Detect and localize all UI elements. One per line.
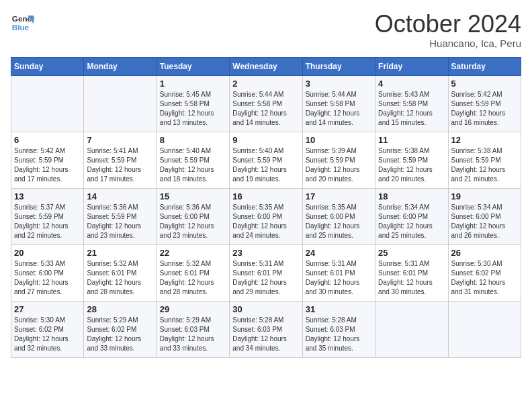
day-number: 9 [232,135,299,145]
calendar-cell: 15Sunrise: 5:36 AM Sunset: 6:00 PM Dayli… [157,188,229,244]
day-number: 12 [451,135,518,145]
day-info: Sunrise: 5:42 AM Sunset: 5:59 PM Dayligh… [14,146,81,184]
title-block: October 2024 Huancano, Ica, Peru [375,11,521,49]
page-header: General Blue October 2024 Huancano, Ica,… [11,11,521,49]
day-info: Sunrise: 5:30 AM Sunset: 6:02 PM Dayligh… [451,259,518,297]
weekday-header: Tuesday [157,57,229,75]
calendar-cell: 26Sunrise: 5:30 AM Sunset: 6:02 PM Dayli… [448,244,521,301]
day-number: 21 [87,248,153,258]
day-info: Sunrise: 5:31 AM Sunset: 6:01 PM Dayligh… [306,259,372,297]
day-info: Sunrise: 5:29 AM Sunset: 6:03 PM Dayligh… [160,316,226,353]
day-number: 25 [378,248,445,258]
day-number: 1 [160,79,226,89]
day-number: 30 [232,304,299,314]
calendar-cell: 4Sunrise: 5:43 AM Sunset: 5:58 PM Daylig… [375,75,448,132]
day-number: 17 [306,191,372,201]
calendar-cell [11,75,84,132]
day-number: 5 [451,79,518,89]
day-info: Sunrise: 5:38 AM Sunset: 5:59 PM Dayligh… [378,146,445,184]
calendar-cell: 5Sunrise: 5:42 AM Sunset: 5:59 PM Daylig… [448,75,521,132]
day-number: 13 [14,191,81,201]
calendar-cell: 30Sunrise: 5:28 AM Sunset: 6:03 PM Dayli… [230,301,302,357]
calendar-cell: 25Sunrise: 5:31 AM Sunset: 6:01 PM Dayli… [375,244,448,301]
calendar-cell [448,301,521,357]
day-number: 26 [451,248,518,258]
weekday-header: Thursday [302,57,375,75]
calendar-cell: 7Sunrise: 5:41 AM Sunset: 5:59 PM Daylig… [84,132,157,188]
svg-text:Blue: Blue [12,23,30,32]
day-number: 19 [451,191,518,201]
day-number: 29 [160,304,226,314]
calendar-table: SundayMondayTuesdayWednesdayThursdayFrid… [11,57,521,358]
day-info: Sunrise: 5:38 AM Sunset: 5:59 PM Dayligh… [451,146,518,184]
calendar-week-row: 6Sunrise: 5:42 AM Sunset: 5:59 PM Daylig… [11,132,521,188]
day-number: 16 [232,191,299,201]
calendar-cell: 20Sunrise: 5:33 AM Sunset: 6:00 PM Dayli… [11,244,84,301]
day-info: Sunrise: 5:33 AM Sunset: 6:00 PM Dayligh… [14,259,81,297]
calendar-cell: 31Sunrise: 5:28 AM Sunset: 6:03 PM Dayli… [302,301,375,357]
calendar-cell: 11Sunrise: 5:38 AM Sunset: 5:59 PM Dayli… [375,132,448,188]
calendar-cell: 23Sunrise: 5:31 AM Sunset: 6:01 PM Dayli… [230,244,302,301]
day-info: Sunrise: 5:30 AM Sunset: 6:02 PM Dayligh… [14,316,81,353]
day-info: Sunrise: 5:37 AM Sunset: 5:59 PM Dayligh… [14,203,81,240]
day-number: 3 [306,79,372,89]
day-number: 14 [87,191,153,201]
weekday-header: Saturday [448,57,521,75]
day-number: 28 [87,304,153,314]
calendar-cell: 21Sunrise: 5:32 AM Sunset: 6:01 PM Dayli… [84,244,157,301]
calendar-cell: 27Sunrise: 5:30 AM Sunset: 6:02 PM Dayli… [11,301,84,357]
calendar-cell [375,301,448,357]
calendar-cell: 29Sunrise: 5:29 AM Sunset: 6:03 PM Dayli… [157,301,229,357]
day-info: Sunrise: 5:36 AM Sunset: 5:59 PM Dayligh… [87,203,153,240]
logo-icon: General Blue [11,11,35,35]
day-info: Sunrise: 5:34 AM Sunset: 6:00 PM Dayligh… [451,203,518,240]
calendar-week-row: 1Sunrise: 5:45 AM Sunset: 5:58 PM Daylig… [11,75,521,132]
day-info: Sunrise: 5:39 AM Sunset: 5:59 PM Dayligh… [306,146,372,184]
day-info: Sunrise: 5:41 AM Sunset: 5:59 PM Dayligh… [87,146,153,184]
calendar-cell: 18Sunrise: 5:34 AM Sunset: 6:00 PM Dayli… [375,188,448,244]
day-info: Sunrise: 5:32 AM Sunset: 6:01 PM Dayligh… [160,259,226,297]
day-number: 20 [14,248,81,258]
calendar-cell: 10Sunrise: 5:39 AM Sunset: 5:59 PM Dayli… [302,132,375,188]
calendar-cell: 19Sunrise: 5:34 AM Sunset: 6:00 PM Dayli… [448,188,521,244]
day-info: Sunrise: 5:29 AM Sunset: 6:02 PM Dayligh… [87,316,153,353]
calendar-week-row: 27Sunrise: 5:30 AM Sunset: 6:02 PM Dayli… [11,301,521,357]
weekday-header: Monday [84,57,157,75]
day-number: 8 [160,135,226,145]
day-info: Sunrise: 5:35 AM Sunset: 6:00 PM Dayligh… [232,203,299,240]
day-info: Sunrise: 5:44 AM Sunset: 5:58 PM Dayligh… [232,90,299,128]
day-number: 23 [232,248,299,258]
month-title: October 2024 [375,11,521,38]
calendar-cell [84,75,157,132]
calendar-cell: 8Sunrise: 5:40 AM Sunset: 5:59 PM Daylig… [157,132,229,188]
calendar-cell: 2Sunrise: 5:44 AM Sunset: 5:58 PM Daylig… [230,75,302,132]
day-number: 6 [14,135,81,145]
calendar-cell: 14Sunrise: 5:36 AM Sunset: 5:59 PM Dayli… [84,188,157,244]
day-info: Sunrise: 5:40 AM Sunset: 5:59 PM Dayligh… [232,146,299,184]
calendar-cell: 9Sunrise: 5:40 AM Sunset: 5:59 PM Daylig… [230,132,302,188]
day-number: 2 [232,79,299,89]
calendar-cell: 1Sunrise: 5:45 AM Sunset: 5:58 PM Daylig… [157,75,229,132]
weekday-header: Friday [375,57,448,75]
day-number: 18 [378,191,445,201]
day-number: 10 [306,135,372,145]
calendar-cell: 6Sunrise: 5:42 AM Sunset: 5:59 PM Daylig… [11,132,84,188]
calendar-cell: 17Sunrise: 5:35 AM Sunset: 6:00 PM Dayli… [302,188,375,244]
logo: General Blue [11,11,35,35]
calendar-cell: 13Sunrise: 5:37 AM Sunset: 5:59 PM Dayli… [11,188,84,244]
day-number: 24 [306,248,372,258]
day-number: 11 [378,135,445,145]
day-info: Sunrise: 5:32 AM Sunset: 6:01 PM Dayligh… [87,259,153,297]
day-info: Sunrise: 5:44 AM Sunset: 5:58 PM Dayligh… [306,90,372,128]
day-info: Sunrise: 5:43 AM Sunset: 5:58 PM Dayligh… [378,90,445,128]
calendar-week-row: 13Sunrise: 5:37 AM Sunset: 5:59 PM Dayli… [11,188,521,244]
day-info: Sunrise: 5:36 AM Sunset: 6:00 PM Dayligh… [160,203,226,240]
day-number: 27 [14,304,81,314]
day-info: Sunrise: 5:45 AM Sunset: 5:58 PM Dayligh… [160,90,226,128]
day-info: Sunrise: 5:35 AM Sunset: 6:00 PM Dayligh… [306,203,372,240]
day-info: Sunrise: 5:42 AM Sunset: 5:59 PM Dayligh… [451,90,518,128]
calendar-cell: 3Sunrise: 5:44 AM Sunset: 5:58 PM Daylig… [302,75,375,132]
day-info: Sunrise: 5:40 AM Sunset: 5:59 PM Dayligh… [160,146,226,184]
calendar-week-row: 20Sunrise: 5:33 AM Sunset: 6:00 PM Dayli… [11,244,521,301]
day-info: Sunrise: 5:31 AM Sunset: 6:01 PM Dayligh… [232,259,299,297]
